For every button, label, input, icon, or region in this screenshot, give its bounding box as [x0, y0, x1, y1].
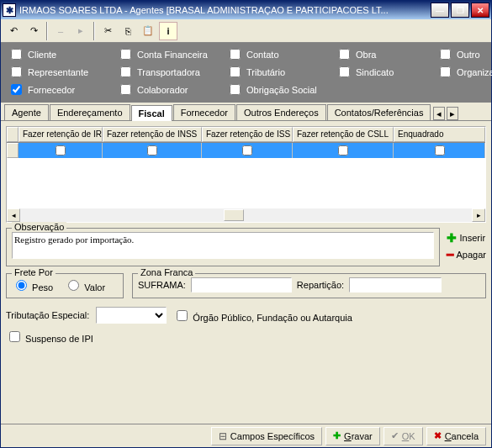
- x-icon: ✖: [434, 430, 442, 441]
- frete-legend: Frete Por: [12, 267, 56, 277]
- col-ir[interactable]: Fazer retenção de IR: [19, 127, 103, 142]
- filter-organizacao[interactable]: Organização: [436, 64, 492, 80]
- filter-outro[interactable]: Outro: [436, 46, 492, 62]
- cell-iss-check[interactable]: [242, 145, 252, 155]
- col-iss[interactable]: Fazer retenção de ISS: [202, 127, 293, 142]
- tab-contatos-referencias[interactable]: Contatos/Referências: [327, 104, 431, 120]
- app-window: ✱ IRMAOS SOARES LTDA - Agentes [BRASAL A…: [0, 0, 492, 448]
- plus-icon: ✚: [447, 231, 457, 245]
- suframa-label: SUFRAMA:: [138, 280, 186, 290]
- zona-legend: Zona Franca: [138, 267, 195, 277]
- frete-group: Frete Por Peso Valor: [6, 273, 124, 298]
- frete-peso-radio[interactable]: Peso: [12, 282, 53, 293]
- undo-icon[interactable]: ↶: [4, 22, 23, 40]
- cut-icon[interactable]: ✂: [98, 22, 117, 40]
- ok-button[interactable]: ✔OK: [384, 427, 423, 445]
- scroll-right-icon[interactable]: ▸: [472, 208, 485, 222]
- minus-icon: ━: [447, 248, 453, 261]
- tab-agente[interactable]: Agente: [4, 104, 49, 120]
- restore-button[interactable]: ❐: [451, 3, 469, 18]
- tributacao-label: Tributação Especial:: [6, 310, 89, 320]
- filter-panel: Cliente Conta Financeira Contato Obra Ou…: [1, 43, 491, 103]
- cell-enq-check[interactable]: [435, 145, 445, 155]
- filter-obrigacao-social[interactable]: Obrigação Social: [226, 82, 336, 98]
- filter-colaborador[interactable]: Colaborador: [117, 82, 226, 98]
- titlebar: ✱ IRMAOS SOARES LTDA - Agentes [BRASAL A…: [1, 1, 491, 19]
- orgao-publico-check[interactable]: Órgão Público, Fundação ou Autarquia: [173, 308, 352, 324]
- toolbar: ↶ ↷ – ▸ ✂ ⎘ 📋 i: [1, 19, 491, 43]
- col-enquadrado[interactable]: Enquadrado: [394, 127, 485, 142]
- filter-fornecedor[interactable]: Fornecedor: [8, 82, 117, 98]
- window-title: IRMAOS SOARES LTDA - Agentes [BRASAL ADM…: [19, 5, 431, 15]
- tabstrip: Agente Endereçamento Fiscal Fornecedor O…: [1, 103, 491, 121]
- tab-outros-enderecos[interactable]: Outros Endereços: [236, 104, 326, 120]
- grid-header: Fazer retenção de IR Fazer retenção de I…: [7, 127, 485, 143]
- copy-icon[interactable]: ⎘: [119, 22, 137, 40]
- table-row[interactable]: [7, 143, 485, 158]
- tributacao-select[interactable]: [96, 307, 167, 324]
- scroll-thumb[interactable]: [224, 209, 244, 221]
- cancela-button[interactable]: ✖Cancela: [426, 427, 486, 445]
- tab-content: Fazer retenção de IR Fazer retenção de I…: [1, 121, 491, 424]
- redo-icon[interactable]: ↷: [24, 22, 43, 40]
- observacao-input[interactable]: [12, 232, 434, 259]
- tab-scroll-left[interactable]: ◂: [433, 107, 445, 120]
- tab-fiscal[interactable]: Fiscal: [131, 105, 172, 121]
- filter-tributario[interactable]: Tributário: [226, 64, 336, 80]
- tab-fornecedor[interactable]: Fornecedor: [173, 104, 235, 120]
- zona-franca-group: Zona Franca SUFRAMA: Repartição:: [132, 273, 486, 298]
- inserir-button[interactable]: ✚Inserir: [447, 231, 486, 245]
- gravar-button[interactable]: ✚Gravar: [325, 427, 380, 445]
- reparticao-input[interactable]: [349, 277, 442, 293]
- tree-icon: ⊟: [219, 430, 227, 442]
- close-button[interactable]: ✕: [471, 3, 489, 18]
- filter-conta-financeira[interactable]: Conta Financeira: [117, 46, 226, 62]
- last-icon[interactable]: ▸: [71, 22, 90, 40]
- cell-csll-check[interactable]: [338, 145, 348, 155]
- suframa-input[interactable]: [191, 277, 292, 293]
- minimize-button[interactable]: —: [431, 3, 449, 18]
- filter-obra[interactable]: Obra: [336, 46, 436, 62]
- filter-representante[interactable]: Representante: [8, 64, 117, 80]
- tab-scroll-right[interactable]: ▸: [447, 107, 458, 120]
- apagar-button[interactable]: ━Apagar: [447, 248, 486, 261]
- plus-icon: ✚: [333, 430, 341, 441]
- filter-sindicato[interactable]: Sindicato: [336, 64, 436, 80]
- suspenso-ipi-check[interactable]: Suspenso de IPI: [6, 334, 93, 344]
- info-icon[interactable]: i: [159, 22, 177, 40]
- retencao-grid[interactable]: Fazer retenção de IR Fazer retenção de I…: [6, 126, 486, 223]
- observacao-group: Observação: [6, 228, 440, 266]
- campos-especificos-button[interactable]: ⊟Campos Específicos: [211, 427, 322, 445]
- scroll-left-icon[interactable]: ◂: [7, 208, 20, 222]
- observacao-legend: Observação: [12, 222, 66, 232]
- app-icon: ✱: [3, 3, 16, 17]
- check-icon: ✔: [391, 430, 399, 441]
- col-csll[interactable]: Fazer retenção de CSLL: [293, 127, 394, 142]
- paste-icon[interactable]: 📋: [139, 22, 157, 40]
- reparticao-label: Repartição:: [297, 280, 344, 290]
- filter-transportadora[interactable]: Transportadora: [117, 64, 226, 80]
- filter-cliente[interactable]: Cliente: [8, 46, 117, 62]
- col-inss[interactable]: Fazer retenção de INSS: [103, 127, 202, 142]
- bottom-bar: ⊟Campos Específicos ✚Gravar ✔OK ✖Cancela: [1, 424, 491, 447]
- cell-inss-check[interactable]: [147, 145, 157, 155]
- grid-hscroll[interactable]: ◂ ▸: [7, 208, 485, 222]
- tab-enderecamento[interactable]: Endereçamento: [50, 104, 130, 120]
- cell-ir-check[interactable]: [56, 145, 66, 155]
- filter-contato[interactable]: Contato: [226, 46, 336, 62]
- frete-valor-radio[interactable]: Valor: [64, 282, 105, 293]
- first-icon[interactable]: –: [51, 22, 70, 40]
